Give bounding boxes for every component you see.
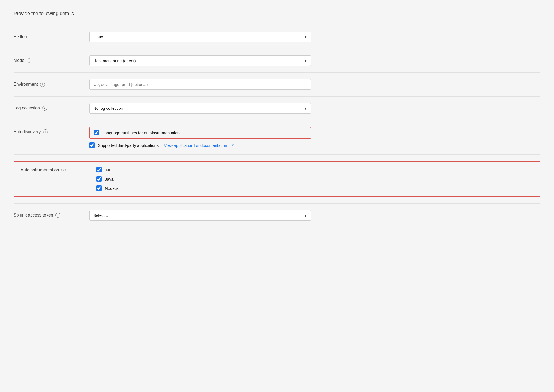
mode-row: Mode i Host monitoring (agent) Kubernete… [14, 50, 540, 71]
autoinstrumentation-checkbox-group: .NET Java Node.js [96, 167, 119, 191]
environment-control [89, 79, 311, 90]
splunk-token-select[interactable]: Select... Token 1 Token 2 [89, 210, 311, 221]
log-collection-label: Log collection i [14, 103, 89, 111]
divider-1 [14, 49, 540, 49]
log-collection-label-text: Log collection [14, 106, 40, 111]
java-checkbox[interactable] [96, 176, 102, 182]
autoinstrumentation-label: Autoinstrumentation i [21, 167, 96, 172]
mode-label: Mode i [14, 55, 89, 63]
autodiscovery-info-icon[interactable]: i [43, 129, 48, 134]
splunk-token-info-icon[interactable]: i [55, 213, 60, 218]
autodiscovery-checkbox-item-2: Supported third-party applications View … [89, 142, 311, 148]
platform-label-text: Platform [14, 34, 30, 39]
log-collection-select[interactable]: No log collection All logs Custom [89, 103, 311, 114]
mode-select[interactable]: Host monitoring (agent) Kubernetes Farga… [89, 55, 311, 66]
dotnet-checkbox-item: .NET [96, 167, 119, 172]
autodiscovery-checkbox-group: Language runtimes for autoinstrumentatio… [89, 127, 311, 148]
log-collection-info-icon[interactable]: i [42, 106, 47, 111]
environment-row: Environment i [14, 74, 540, 95]
divider-2 [14, 72, 540, 73]
splunk-token-control: Select... Token 1 Token 2 ▼ [89, 210, 311, 221]
lang-runtimes-checkbox[interactable] [94, 130, 99, 135]
lang-runtimes-label: Language runtimes for autoinstrumentatio… [102, 131, 180, 135]
splunk-token-label: Splunk access token i [14, 210, 89, 218]
splunk-token-label-text: Splunk access token [14, 213, 53, 218]
autoinstrumentation-row: Autoinstrumentation i .NET Java Node.js [14, 156, 540, 202]
nodejs-checkbox-item: Node.js [96, 185, 119, 191]
nodejs-checkbox[interactable] [96, 185, 102, 191]
divider-3 [14, 96, 540, 97]
platform-label: Platform [14, 32, 89, 39]
environment-label: Environment i [14, 79, 89, 87]
platform-row: Platform Linux Windows macOS ▼ [14, 26, 540, 48]
mode-label-text: Mode [14, 58, 24, 63]
autodiscovery-label-text: Autodiscovery [14, 129, 41, 134]
autodiscovery-checkbox-item-1: Language runtimes for autoinstrumentatio… [94, 130, 307, 135]
environment-label-text: Environment [14, 82, 38, 87]
platform-select-wrapper: Linux Windows macOS ▼ [89, 32, 311, 42]
divider-6 [14, 203, 540, 204]
log-collection-row: Log collection i No log collection All l… [14, 98, 540, 119]
autodiscovery-highlight-box: Language runtimes for autoinstrumentatio… [89, 127, 311, 139]
autoinstrumentation-label-text: Autoinstrumentation [21, 168, 59, 172]
mode-info-icon[interactable]: i [27, 58, 31, 63]
app-list-doc-link[interactable]: View application list documentation [164, 143, 227, 148]
autodiscovery-row: Autodiscovery i Language runtimes for au… [14, 121, 540, 153]
environment-info-icon[interactable]: i [40, 82, 45, 87]
environment-input[interactable] [89, 79, 311, 90]
log-collection-select-wrapper: No log collection All logs Custom ▼ [89, 103, 311, 114]
nodejs-label: Node.js [105, 186, 119, 191]
log-collection-control: No log collection All logs Custom ▼ [89, 103, 311, 114]
platform-select[interactable]: Linux Windows macOS [89, 32, 311, 42]
divider-5 [14, 154, 540, 155]
java-label: Java [105, 177, 114, 181]
third-party-checkbox[interactable] [89, 142, 95, 148]
form-container: Platform Linux Windows macOS ▼ Mode i Ho… [14, 26, 540, 226]
third-party-label: Supported third-party applications [98, 143, 159, 148]
dotnet-checkbox[interactable] [96, 167, 102, 172]
external-link-icon: ↗ [231, 143, 234, 147]
splunk-token-select-wrapper: Select... Token 1 Token 2 ▼ [89, 210, 311, 221]
autoinstrumentation-highlight-box: Autoinstrumentation i .NET Java Node.js [14, 161, 540, 197]
dotnet-label: .NET [105, 168, 114, 172]
page-header: Provide the following details. [14, 11, 540, 16]
autodiscovery-control: Language runtimes for autoinstrumentatio… [89, 127, 311, 148]
splunk-token-row: Splunk access token i Select... Token 1 … [14, 205, 540, 226]
mode-select-wrapper: Host monitoring (agent) Kubernetes Farga… [89, 55, 311, 66]
divider-4 [14, 120, 540, 120]
autoinstrumentation-info-icon[interactable]: i [61, 168, 66, 172]
autodiscovery-label: Autodiscovery i [14, 127, 89, 134]
platform-control: Linux Windows macOS ▼ [89, 32, 311, 42]
mode-control: Host monitoring (agent) Kubernetes Farga… [89, 55, 311, 66]
java-checkbox-item: Java [96, 176, 119, 182]
